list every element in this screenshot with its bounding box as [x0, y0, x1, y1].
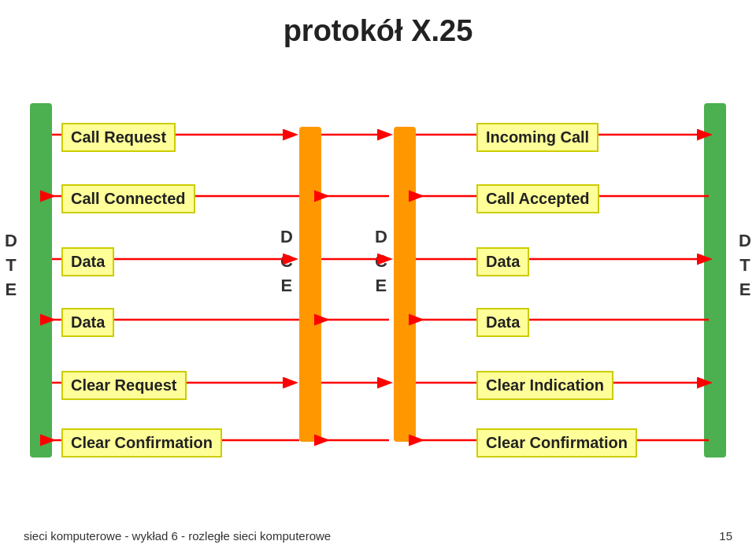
call-request-box: Call Request: [61, 123, 176, 152]
data1-right-box: Data: [476, 247, 529, 276]
dce2-label: DCE: [375, 225, 387, 298]
right-dte-label: DTE: [739, 229, 751, 302]
call-connected-box: Call Connected: [61, 184, 195, 213]
data2-left-box: Data: [61, 308, 114, 337]
footer: sieci komputerowe - wykład 6 - rozległe …: [0, 529, 756, 543]
data1-left-box: Data: [61, 247, 114, 276]
page-title: protokół X.25: [0, 0, 756, 56]
left-dte-label: DTE: [5, 229, 17, 302]
clear-confirmation-left-box: Clear Confirmation: [61, 428, 222, 458]
data2-right-box: Data: [476, 308, 529, 337]
clear-request-box: Clear Request: [61, 371, 187, 400]
dce2-bar: [394, 127, 416, 442]
call-accepted-box: Call Accepted: [476, 184, 599, 213]
footer-text: sieci komputerowe - wykład 6 - rozległe …: [24, 529, 331, 543]
left-dte-bar: [30, 103, 52, 458]
clear-indication-box: Clear Indication: [476, 371, 613, 400]
right-dte-bar: [704, 103, 726, 458]
footer-page: 15: [719, 529, 732, 543]
dce1-label: DCE: [280, 225, 293, 298]
incoming-call-box: Incoming Call: [476, 123, 598, 152]
clear-confirmation-right-box: Clear Confirmation: [476, 428, 637, 458]
dce1-bar: [299, 127, 321, 442]
